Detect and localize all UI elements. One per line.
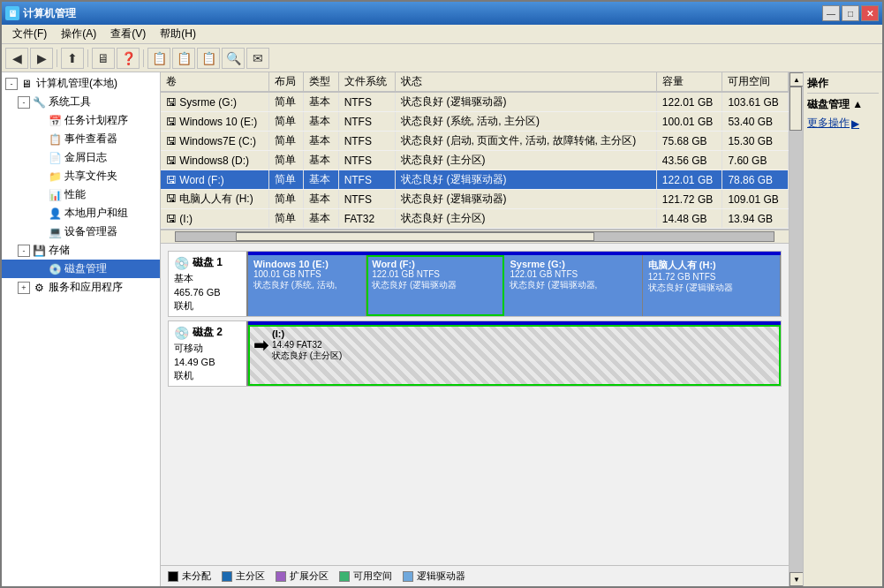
disk-1-size: 465.76 GB: [174, 287, 241, 298]
legend-bar: 未分配 主分区 扩展分区 可用空间 逻辑驱动器: [161, 565, 789, 586]
disk-2-name: 💿 磁盘 2: [174, 325, 241, 340]
tree-item-shared-folders[interactable]: 📄 金屑日志: [2, 148, 160, 167]
main-window: 🖥 计算机管理 — □ ✕ 文件(F) 操作(A) 查看(V) 帮助(H) ◀ …: [0, 0, 884, 588]
tree-expand-storage[interactable]: -: [18, 245, 30, 257]
cell-status: 状态良好 (逻辑驱动器): [396, 92, 657, 112]
tree-root-label: 计算机管理(本地): [36, 76, 117, 91]
cell-layout: 简单: [269, 151, 304, 170]
menu-bar: 文件(F) 操作(A) 查看(V) 帮助(H): [2, 25, 882, 44]
cell-layout: 简单: [269, 170, 304, 190]
col-fs: 文件系统: [338, 72, 396, 92]
local-users-icon: 👤: [48, 207, 62, 221]
legend-primary: 主分区: [222, 569, 265, 583]
copy-button[interactable]: 📋: [172, 48, 195, 69]
partition-win10[interactable]: Windows 10 (E:) 100.01 GB NTFS 状态良好 (系统,…: [248, 255, 366, 316]
forward-button[interactable]: ▶: [30, 48, 53, 69]
right-scrollbar[interactable]: ▲ ▼: [789, 72, 803, 586]
cell-size: 122.01 GB: [656, 170, 722, 190]
cell-free: 103.61 GB: [722, 92, 789, 112]
col-free: 可用空间: [722, 72, 789, 92]
minimize-button[interactable]: —: [822, 5, 840, 21]
table-row[interactable]: 🖫 Windows 10 (E:) 简单 基本 NTFS 状态良好 (系统, 活…: [161, 112, 789, 132]
cell-free: 78.86 GB: [722, 170, 789, 190]
cell-fs: NTFS: [338, 92, 396, 112]
app-icon: 🖥: [5, 6, 19, 20]
disk-2-info: 💿 磁盘 2 可移动 14.49 GB 联机: [169, 321, 248, 386]
tree-services-label: 服务和应用程序: [49, 280, 123, 295]
tree-item-local-users[interactable]: 👤 本地用户和组: [2, 204, 160, 222]
scroll-up-button[interactable]: ▲: [790, 72, 804, 87]
partition-sysrme[interactable]: Sysrme (G:) 122.01 GB NTFS 状态良好 (逻辑驱动器,: [504, 255, 642, 316]
tree-disk-mgmt-label: 磁盘管理: [64, 261, 107, 276]
tree-item-disk-mgmt[interactable]: 💿 磁盘管理: [2, 260, 160, 278]
tree-system-tools-label: 系统工具: [49, 94, 91, 109]
cell-size: 43.56 GB: [656, 151, 722, 170]
export-button[interactable]: 📋: [147, 48, 170, 69]
menu-view[interactable]: 查看(V): [103, 25, 153, 43]
col-layout: 布局: [269, 72, 304, 92]
table-row[interactable]: 🖫 Word (F:) 简单 基本 NTFS 状态良好 (逻辑驱动器) 122.…: [161, 170, 789, 190]
partition-i-drive[interactable]: ➡ (I:) 14.49 FAT32 状态良好 (主分区): [248, 325, 781, 386]
table-row[interactable]: 🖫 (I:) 简单 基本 FAT32 状态良好 (主分区) 14.48 GB 1…: [161, 209, 789, 229]
scroll-track[interactable]: [790, 87, 803, 572]
tree-item-device-mgr[interactable]: 💻 设备管理器: [2, 222, 160, 241]
menu-file[interactable]: 文件(F): [5, 25, 54, 43]
help-button[interactable]: ❓: [117, 48, 140, 69]
tree-item-event-viewer[interactable]: 📋 事件查看器: [2, 130, 160, 148]
disk-table-area[interactable]: 卷 布局 类型 文件系统 状态 容量 可用空间 🖫 Sysrme (G:) 简单…: [161, 72, 789, 230]
tree-storage-label: 存储: [49, 243, 70, 258]
partition-word[interactable]: Word (F:) 122.01 GB NTFS 状态良好 (逻辑驱动器: [366, 255, 504, 316]
shared-icon: 📁: [48, 170, 62, 184]
cell-status: 状态良好 (逻辑驱动器): [396, 190, 657, 209]
paste-button[interactable]: 📋: [197, 48, 220, 69]
tree-expand-services[interactable]: +: [18, 282, 30, 294]
cell-free: 53.40 GB: [722, 112, 789, 132]
tree-item-shared[interactable]: 📁 共享文件夹: [2, 167, 160, 185]
tree-expand-system[interactable]: -: [18, 96, 30, 109]
ops-more-actions[interactable]: 更多操作 ▶: [807, 116, 879, 131]
cell-fs: NTFS: [338, 190, 396, 209]
tree-item-services[interactable]: + ⚙ 服务和应用程序: [2, 278, 160, 297]
title-bar: 🖥 计算机管理 — □ ✕: [2, 2, 882, 25]
cell-size: 121.72 GB: [656, 190, 722, 209]
table-row[interactable]: 🖫 电脑人人有 (H:) 简单 基本 NTFS 状态良好 (逻辑驱动器) 121…: [161, 190, 789, 209]
table-row[interactable]: 🖫 Sysrme (G:) 简单 基本 NTFS 状态良好 (逻辑驱动器) 12…: [161, 92, 789, 112]
tree-root[interactable]: - 🖥 计算机管理(本地): [2, 74, 160, 93]
cell-volume: 🖫 Windows8 (D:): [161, 151, 269, 170]
scroll-down-button[interactable]: ▼: [790, 572, 804, 586]
mail-button[interactable]: ✉: [246, 48, 269, 69]
scroll-thumb[interactable]: [790, 87, 802, 131]
close-button[interactable]: ✕: [861, 5, 879, 21]
horizontal-scrollbar[interactable]: [161, 230, 789, 244]
toolbar-separator-1: [57, 49, 57, 67]
cell-fs: FAT32: [338, 209, 396, 229]
cell-status: 状态良好 (逻辑驱动器): [396, 170, 657, 190]
tree-item-performance[interactable]: 📊 性能: [2, 185, 160, 204]
tree-item-system-tools[interactable]: - 🔧 系统工具: [2, 93, 160, 111]
tree-local-users-label: 本地用户和组: [64, 206, 128, 221]
cell-free: 109.01 GB: [722, 190, 789, 209]
up-button[interactable]: ⬆: [61, 48, 84, 69]
tree-item-task-scheduler[interactable]: 📅 任务计划程序: [2, 111, 160, 130]
cell-volume: 🖫 Word (F:): [161, 170, 269, 190]
cell-size: 75.68 GB: [656, 132, 722, 151]
cell-volume: 🖫 Sysrme (G:): [161, 92, 269, 112]
cell-status: 状态良好 (系统, 活动, 主分区): [396, 112, 657, 132]
partition-diannao[interactable]: 电脑人人有 (H:) 121.72 GB NTFS 状态良好 (逻辑驱动器: [643, 255, 781, 316]
tree-performance-label: 性能: [64, 187, 86, 202]
menu-action[interactable]: 操作(A): [54, 25, 103, 43]
cell-type: 基本: [304, 190, 338, 209]
back-button[interactable]: ◀: [5, 48, 28, 69]
menu-help[interactable]: 帮助(H): [153, 25, 203, 43]
tree-expand-root[interactable]: -: [5, 78, 18, 90]
tree-shared-folders-label: 金屑日志: [64, 150, 107, 165]
cell-size: 122.01 GB: [656, 92, 722, 112]
cell-size: 100.01 GB: [656, 112, 722, 132]
find-button[interactable]: 🔍: [222, 48, 245, 69]
maximize-button[interactable]: □: [842, 5, 859, 21]
table-row[interactable]: 🖫 Windows8 (D:) 简单 基本 NTFS 状态良好 (主分区) 43…: [161, 151, 789, 170]
task-scheduler-icon: 📅: [48, 114, 62, 128]
computer-button[interactable]: 🖥: [92, 48, 115, 69]
tree-item-storage[interactable]: - 💾 存储: [2, 241, 160, 260]
table-row[interactable]: 🖫 Windows7E (C:) 简单 基本 NTFS 状态良好 (启动, 页面…: [161, 132, 789, 151]
